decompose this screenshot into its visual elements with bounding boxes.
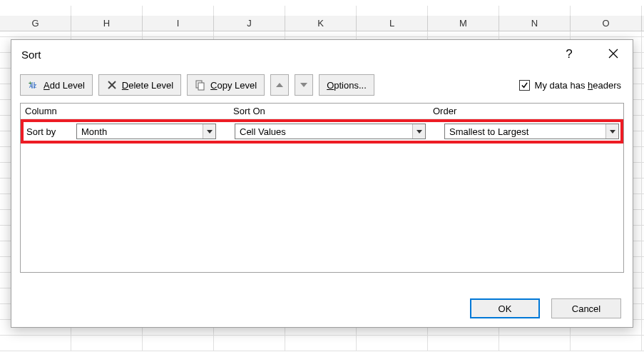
sort-column-value: Month	[77, 126, 203, 137]
sort-order-value: Smallest to Largest	[445, 126, 605, 137]
copy-icon	[195, 79, 206, 91]
add-level-label: dd Level	[50, 80, 85, 91]
move-up-button[interactable]	[270, 74, 289, 96]
sort-row: Sort by Month Cell Values Smallest to La…	[24, 122, 620, 141]
add-level-button[interactable]: +AZ Add Level	[20, 74, 93, 96]
dialog-footer: OK Cancel	[470, 298, 621, 318]
svg-text:Z: Z	[34, 84, 37, 89]
header-sorton: Sort On	[229, 106, 429, 116]
col-header[interactable]: H	[71, 16, 143, 31]
grid-header: Column Sort On Order	[21, 104, 623, 119]
sort-on-value: Cell Values	[235, 126, 412, 137]
chevron-down-icon	[300, 83, 307, 87]
sort-by-label: Sort by	[25, 126, 72, 137]
col-header[interactable]: O	[571, 16, 642, 31]
delete-icon	[106, 79, 118, 91]
copy-level-button[interactable]: Copy Level	[187, 74, 265, 96]
dropdown-button[interactable]	[605, 124, 618, 139]
delete-level-button[interactable]: Delete Level	[98, 74, 181, 96]
sort-column-dropdown[interactable]: Month	[76, 124, 216, 139]
col-header[interactable]: L	[357, 16, 428, 31]
header-column: Column	[21, 106, 229, 116]
chevron-up-icon	[276, 83, 283, 87]
dialog-title: Sort	[21, 49, 557, 61]
options-label: ptions...	[334, 80, 367, 91]
col-header[interactable]: K	[285, 16, 357, 31]
close-button[interactable]	[601, 49, 625, 61]
sort-order-dropdown[interactable]: Smallest to Largest	[444, 124, 619, 139]
move-down-button[interactable]	[295, 74, 313, 96]
close-icon	[608, 49, 618, 59]
chevron-down-icon	[416, 130, 422, 134]
chevron-down-icon	[207, 130, 213, 134]
ok-button[interactable]: OK	[470, 298, 540, 318]
sort-panel: Column Sort On Order Sort by Month Cell …	[20, 103, 624, 273]
delete-level-label: elete Level	[128, 80, 173, 91]
col-header[interactable]: I	[143, 16, 214, 31]
options-button[interactable]: Options...	[319, 74, 374, 96]
col-header[interactable]: M	[428, 16, 499, 31]
header-order: Order	[429, 106, 623, 116]
sheet-column-headers[interactable]: G H I J K L M N O	[0, 16, 644, 31]
sort-dialog: Sort ? +AZ Add Level Delete Level Copy L…	[11, 39, 633, 328]
toolbar: +AZ Add Level Delete Level Copy Level Op…	[11, 69, 633, 103]
headers-checkbox-wrap[interactable]: My data has headers	[519, 80, 624, 91]
chevron-down-icon	[610, 130, 615, 134]
headers-label: My data has headers	[535, 80, 621, 91]
dropdown-button[interactable]	[203, 124, 215, 139]
dialog-titlebar[interactable]: Sort ?	[11, 40, 633, 69]
col-header[interactable]: G	[0, 16, 71, 31]
col-header[interactable]: N	[499, 16, 571, 31]
col-header[interactable]: J	[214, 16, 285, 31]
highlighted-sort-row: Sort by Month Cell Values Smallest to La…	[21, 119, 623, 144]
checkmark-icon	[521, 81, 528, 89]
sort-on-dropdown[interactable]: Cell Values	[235, 124, 426, 139]
svg-text:A: A	[29, 84, 33, 89]
dropdown-button[interactable]	[412, 124, 425, 139]
copy-level-label: opy Level	[218, 80, 257, 91]
cancel-button[interactable]: Cancel	[551, 298, 621, 318]
headers-checkbox[interactable]	[519, 80, 530, 91]
help-button[interactable]: ?	[557, 47, 581, 61]
add-level-icon: +AZ	[28, 79, 39, 91]
svg-rect-8	[198, 83, 204, 90]
